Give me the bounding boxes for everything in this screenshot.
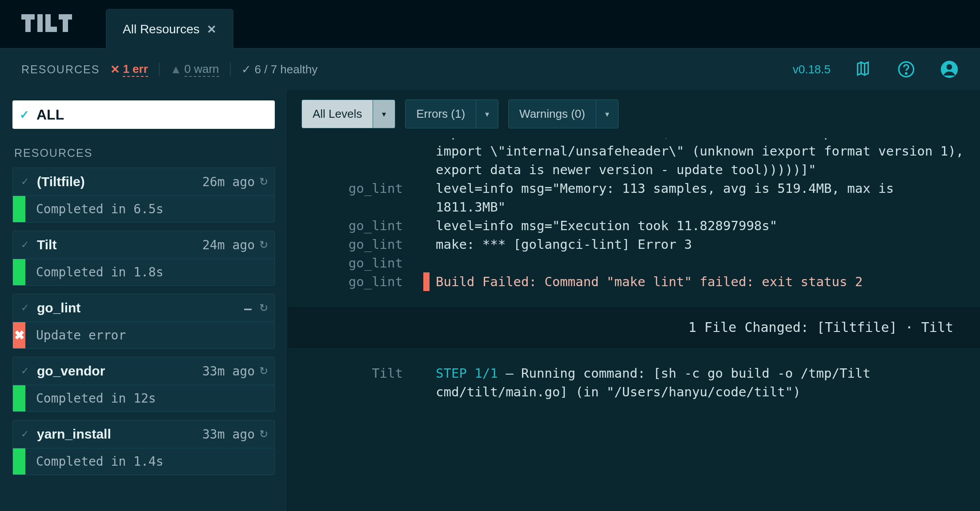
check-icon: ✓: [12, 108, 36, 122]
refresh-icon[interactable]: ↻: [259, 428, 268, 440]
summary-bar: RESOURCES ✕ 1 err ▲ 0 warn ✓ 6 / 7 healt…: [0, 49, 980, 90]
status-indicator: [13, 385, 25, 411]
refresh-icon[interactable]: ↻: [259, 365, 268, 377]
step-label: STEP 1/1: [436, 366, 498, 381]
chevron-down-icon[interactable]: ▾: [373, 100, 395, 128]
title-bar: All Resources ✕: [0, 0, 980, 49]
logo: [21, 14, 106, 48]
tab-all-resources[interactable]: All Resources ✕: [106, 9, 233, 49]
check-icon: ✓: [13, 176, 37, 188]
sidebar-item-go-vendor[interactable]: ✓ go_vendor 33m ago ↻ Completed in 12s: [12, 357, 275, 412]
check-icon: ✓: [13, 428, 37, 440]
sidebar-item-go-lint[interactable]: ✓ go_lint – ↻ ✖ Update error: [12, 294, 275, 349]
help-icon[interactable]: [897, 60, 915, 78]
sidebar-item-yarn-install[interactable]: ✓ yarn_install 33m ago ↻ Completed in 1.…: [12, 420, 275, 475]
sidebar-item-tiltfile[interactable]: ✓ (Tiltfile) 26m ago ↻ Completed in 6.5s: [12, 168, 275, 223]
resource-sidebar: ✓ ALL RESOURCES ✓ (Tiltfile) 26m ago ↻ C…: [0, 90, 287, 511]
log-line: go_lint level=info msg="Execution took 1…: [288, 216, 980, 235]
refresh-icon[interactable]: ↻: [259, 302, 268, 314]
refresh-icon[interactable]: ↻: [259, 239, 268, 251]
close-icon[interactable]: ✕: [207, 23, 217, 36]
chevron-down-icon[interactable]: ▾: [596, 100, 618, 128]
sidebar-item-all[interactable]: ✓ ALL: [12, 100, 275, 129]
svg-point-10: [947, 64, 952, 70]
log-line: go_lint: [288, 254, 980, 272]
filter-warnings[interactable]: Warnings (0) ▾: [508, 100, 619, 128]
status-indicator-error: ✖: [13, 322, 25, 348]
divider: [159, 62, 160, 76]
healthy-count: ✓ 6 / 7 healthy: [241, 63, 318, 76]
error-gutter: [423, 272, 430, 291]
log-line-error: go_lint Build Failed: Command "make lint…: [288, 272, 980, 291]
log-line: import internal/unsafeheader ( : could n…: [288, 138, 980, 179]
version-label[interactable]: v0.18.5: [793, 63, 831, 76]
docs-icon[interactable]: [855, 61, 872, 78]
sidebar-section-label: RESOURCES: [14, 147, 275, 160]
check-icon: ✓: [13, 239, 37, 251]
status-indicator: [13, 448, 25, 475]
check-icon: ✓: [13, 365, 37, 377]
sidebar-item-tilt[interactable]: ✓ Tilt 24m ago ↻ Completed in 1.8s: [12, 231, 275, 286]
sidebar-all-label: ALL: [36, 107, 64, 123]
divider: [230, 62, 231, 76]
check-icon: ✓: [13, 302, 37, 314]
svg-point-8: [906, 73, 907, 74]
file-changed-banner: 1 File Changed: [Tiltfile] · Tilt: [288, 307, 980, 348]
svg-rect-2: [37, 14, 43, 32]
status-indicator: [13, 259, 25, 285]
log-line: go_lint make: *** [golangci-lint] Error …: [288, 235, 980, 254]
tab-label: All Resources: [123, 22, 200, 36]
svg-rect-4: [45, 27, 57, 32]
filter-all-levels[interactable]: All Levels ▾: [301, 100, 395, 128]
filter-bar: All Levels ▾ Errors (1) ▾ Warnings (0) ▾: [288, 90, 980, 138]
log-output[interactable]: import internal/unsafeheader ( : could n…: [288, 138, 980, 511]
log-line: Tilt STEP 1/1 — Running command: [sh -c …: [288, 364, 980, 401]
warnings-count[interactable]: ▲ 0 warn: [170, 62, 219, 77]
svg-rect-1: [25, 14, 31, 32]
svg-rect-6: [63, 14, 68, 32]
resources-label: RESOURCES: [21, 63, 100, 76]
tilt-logo-icon: [21, 14, 75, 33]
log-line: go_lint level=info msg="Memory: 113 samp…: [288, 179, 980, 216]
filter-errors[interactable]: Errors (1) ▾: [405, 100, 498, 128]
errors-count[interactable]: ✕ 1 err: [110, 62, 148, 77]
chevron-down-icon[interactable]: ▾: [476, 100, 498, 128]
refresh-icon[interactable]: ↻: [259, 176, 268, 188]
log-pane: All Levels ▾ Errors (1) ▾ Warnings (0) ▾…: [287, 90, 980, 511]
status-indicator: [13, 196, 25, 222]
account-icon[interactable]: [940, 60, 959, 79]
